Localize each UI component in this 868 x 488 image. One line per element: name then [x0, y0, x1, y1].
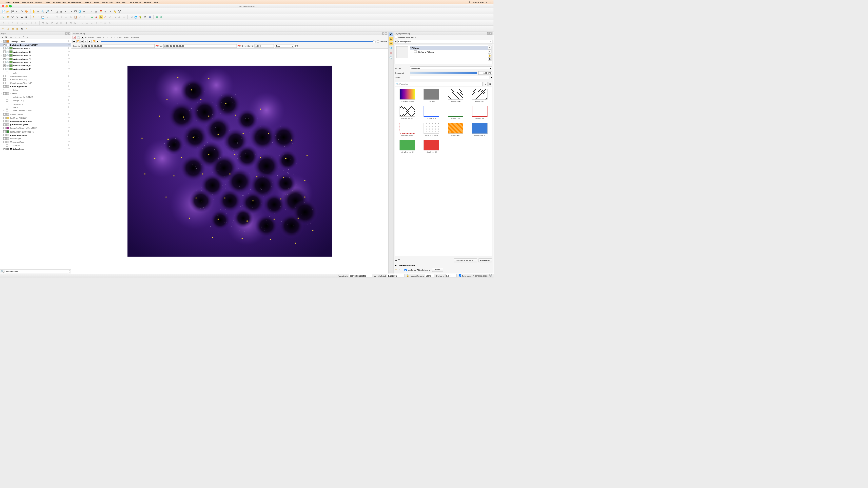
current-edits-icon[interactable]: ✎	[32, 15, 36, 19]
shape3-icon[interactable]: ▱	[90, 21, 94, 25]
menu-einstellungen[interactable]: Einstellungen	[53, 1, 66, 3]
redo-icon[interactable]: ↷	[83, 15, 86, 19]
live-update-checkbox[interactable]	[404, 269, 407, 271]
shape7-icon[interactable]: ⬡	[108, 21, 112, 25]
renderer-combo[interactable]: Einzelsymbol▾	[397, 40, 492, 43]
visibility-checkbox[interactable]	[3, 40, 6, 43]
fav-item[interactable]: outline green	[445, 106, 466, 119]
snap8-icon[interactable]: ▷	[34, 21, 38, 25]
fav-item[interactable]: outline xpattern	[397, 123, 418, 136]
fav-search[interactable]: 🔍 Favoriten	[395, 82, 483, 86]
annotation-icon[interactable]: T	[122, 9, 126, 13]
adv7-icon[interactable]: ◩	[69, 21, 73, 25]
fav-item[interactable]: hashed black X	[397, 106, 418, 119]
visibility-checkbox[interactable]	[6, 144, 8, 147]
save-symbol-button[interactable]: Symbol speichern…	[454, 258, 477, 262]
undo-style-button[interactable]: ↶	[395, 269, 397, 271]
panel-close-icon[interactable]: ×	[68, 32, 70, 35]
snap3-icon[interactable]: ◊	[11, 21, 15, 25]
plugin2-icon[interactable]: ◉	[95, 15, 98, 19]
layer-row[interactable]: Eindeutige Werte⟳	[0, 133, 71, 137]
diag3-icon[interactable]: ◒	[118, 15, 121, 19]
layer-row[interactable]: Einzelne Teile [45]⟳	[0, 78, 71, 81]
visibility-checkbox[interactable]	[6, 72, 8, 74]
sel2-icon[interactable]: ◫	[6, 27, 10, 30]
manage-visibility-icon[interactable]: 👁	[9, 36, 12, 39]
layer-row[interactable]: Zugeschnitten⟳	[0, 113, 71, 116]
menu-fenster[interactable]: Fenster	[144, 1, 151, 3]
menu-erweiterungen[interactable]: Erweiterungen	[68, 1, 82, 3]
db-icon[interactable]: 🛢	[130, 15, 133, 19]
expand-icon[interactable]: ▸	[3, 110, 5, 112]
zoom-selection-icon[interactable]: ◫	[55, 9, 59, 13]
render-checkbox[interactable]	[458, 274, 461, 277]
visibility-checkbox[interactable]	[3, 92, 6, 95]
panel-undock-icon[interactable]: ◱	[65, 32, 67, 35]
time-range-start-input[interactable]	[81, 44, 155, 48]
attr-table-icon[interactable]: ▤	[95, 9, 98, 13]
expand-all-icon[interactable]: ≡	[18, 36, 21, 39]
node-tool-icon[interactable]: ⬚	[55, 15, 59, 19]
menu-projekt[interactable]: Projekt	[13, 1, 19, 3]
zoom-window-button[interactable]	[9, 5, 12, 7]
visibility-checkbox[interactable]	[3, 44, 6, 46]
shape1-icon[interactable]: □	[81, 21, 84, 25]
time-save-icon[interactable]: 💾	[295, 45, 298, 47]
time-stepfwd-button[interactable]: ⏩	[92, 40, 95, 43]
shape2-icon[interactable]: ▭	[85, 21, 89, 25]
advanced-button[interactable]: Erweitert ▾	[478, 258, 492, 262]
fav-icon-view-button[interactable]: ▦	[395, 259, 397, 261]
identify-icon[interactable]: ℹ	[90, 9, 94, 13]
open-project-icon[interactable]: 📂	[6, 9, 10, 13]
new-layout-icon[interactable]: 🗂	[15, 9, 19, 13]
snap6-icon[interactable]: ▽	[25, 21, 28, 25]
diagrams-tab-icon[interactable]: ◉	[389, 51, 393, 55]
copy-icon[interactable]: ⧉	[69, 15, 73, 19]
fav-grid[interactable]: gradient plasmagray 3 fillhashed black /…	[395, 87, 492, 257]
coord-input[interactable]	[349, 274, 372, 277]
symbol-tree-simple-fill[interactable]: Einfache Füllung	[410, 50, 491, 53]
metasearch-icon[interactable]: ▦	[148, 15, 152, 19]
label-icon[interactable]: abc	[99, 15, 103, 19]
fav-item[interactable]: hashed black \	[469, 89, 490, 102]
symbol-remove-button[interactable]: −	[488, 49, 491, 53]
visibility-checkbox[interactable]	[3, 85, 6, 88]
filter-legend-icon[interactable]: ▼	[14, 36, 17, 39]
measure-icon[interactable]: 📏	[113, 9, 117, 13]
adv8-icon[interactable]: ◪	[74, 21, 77, 25]
adv3-icon[interactable]: ⬔	[50, 21, 54, 25]
layer-row[interactable]: ▸Verschneidung⟳	[0, 140, 71, 144]
diag4-icon[interactable]: ◓	[122, 15, 126, 19]
new-spatialite-icon[interactable]: ◆	[20, 15, 24, 19]
menu-ansicht[interactable]: Ansicht	[35, 1, 42, 3]
fav-view-button[interactable]: ▦	[488, 82, 492, 86]
new-map-view-icon[interactable]: 🗔	[74, 9, 77, 13]
sel6-icon[interactable]: ✎	[25, 27, 28, 30]
rot-input[interactable]	[445, 274, 457, 277]
time-range-end-input[interactable]	[163, 44, 237, 48]
expand-icon[interactable]: ▸	[1, 93, 3, 95]
toolbox-icon[interactable]: ⚙	[104, 9, 107, 13]
web-icon[interactable]: 🌐	[134, 15, 138, 19]
layer-row[interactable]: ▸Gitter⟳	[0, 88, 71, 92]
menu-hilfe[interactable]: Hilfe	[154, 1, 158, 3]
locator-input[interactable]	[5, 270, 70, 273]
time-disable-button[interactable]: ✕	[73, 36, 76, 39]
fav-item[interactable]: hashed black /	[445, 89, 466, 102]
visibility-checkbox[interactable]	[3, 130, 6, 133]
adv6-icon[interactable]: ◨	[64, 21, 68, 25]
expand-icon[interactable]: ▸	[1, 61, 3, 63]
toggle-editing-icon[interactable]: ／	[36, 15, 40, 19]
snap7-icon[interactable]: ◁	[29, 21, 33, 25]
layer-row[interactable]: grünflächen-gitter [25871]⟳	[0, 130, 71, 133]
history-tab-icon[interactable]: 🕐	[389, 56, 393, 59]
layer-row[interactable]: Voronoi-Polygone⟳	[0, 74, 71, 78]
snap5-icon[interactable]: △	[20, 21, 24, 25]
minimize-window-button[interactable]	[5, 5, 8, 7]
layout-manager-icon[interactable]: 🗺	[20, 9, 24, 13]
symbol-add-button[interactable]: +	[488, 46, 491, 49]
styling-close-icon[interactable]: ×	[490, 32, 492, 35]
visibility-checkbox[interactable]	[3, 134, 6, 136]
scale-input[interactable]	[387, 274, 404, 277]
layer-row[interactable]: ▸🕐wettersationen_2⟳	[0, 50, 71, 54]
